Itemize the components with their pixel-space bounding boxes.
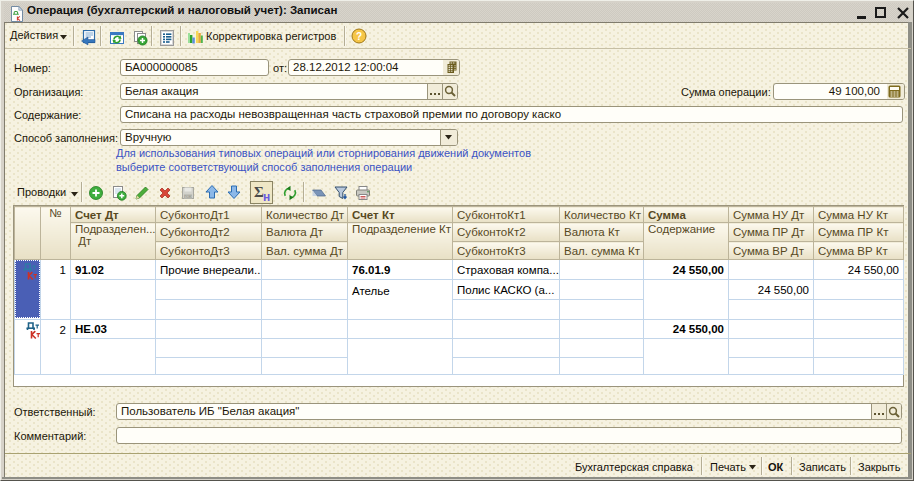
svg-text:ГОК: ГОК — [184, 194, 192, 199]
svg-text:?: ? — [356, 31, 362, 42]
